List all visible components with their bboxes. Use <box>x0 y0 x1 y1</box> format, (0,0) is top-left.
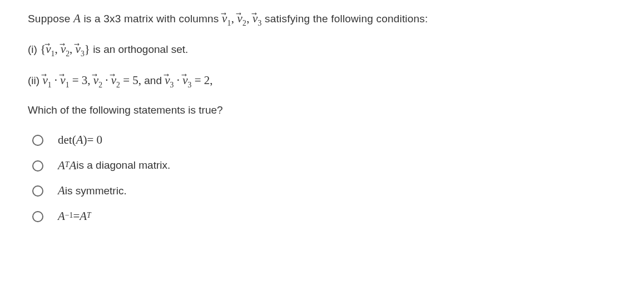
vec-v1: v <box>222 10 227 28</box>
sub-1: 1 <box>227 19 231 27</box>
stem-post: satisfying the following conditions: <box>262 13 428 25</box>
c1-s3: 3 <box>81 50 85 58</box>
vec-v3: v <box>252 10 258 28</box>
option-c-label: A is symmetric. <box>58 182 127 200</box>
c2-eq3: = 2, <box>191 74 212 87</box>
neg1-d: −1 <box>65 210 73 222</box>
post-c: is symmetric. <box>65 183 127 199</box>
A-d2: A <box>80 208 87 226</box>
cond2-label: (ii) <box>28 75 42 86</box>
c1-v2: v <box>61 41 66 58</box>
A-b2: A <box>69 157 76 175</box>
c2-dot2: · <box>102 74 111 87</box>
A-b1: A <box>58 157 65 175</box>
radio-icon <box>32 135 43 146</box>
c1-comma2: , <box>70 42 76 56</box>
vec-v2: v <box>237 10 243 28</box>
c2-eq1: = 3, <box>69 74 93 87</box>
sub-3: 3 <box>258 19 262 27</box>
c2-v2a: v <box>93 72 98 90</box>
stem-pre: Suppose <box>28 13 73 25</box>
c2-s3b: 3 <box>188 81 192 89</box>
cond1-post: is an orthogonal set. <box>90 43 188 55</box>
lparen: ( <box>72 131 76 149</box>
rbrace: } <box>85 42 90 56</box>
T-d: T <box>87 210 91 222</box>
cond1-label: (i) <box>28 43 40 55</box>
option-d[interactable]: A−1 = AT <box>32 208 616 226</box>
condition-i: (i) {v1, v2, v3} is an orthogonal set. <box>28 41 616 59</box>
matrix-A: A <box>73 12 81 25</box>
eq-a: = 0 <box>87 131 102 149</box>
options-group: det(A) = 0 ATA is a diagonal matrix. A i… <box>28 131 616 225</box>
c2-v3b: v <box>182 72 187 90</box>
radio-icon <box>32 185 43 197</box>
option-c[interactable]: A is symmetric. <box>32 182 616 200</box>
A-d1: A <box>58 208 65 226</box>
c2-v2b: v <box>111 72 116 90</box>
c2-s1a: 1 <box>48 81 52 89</box>
option-a-label: det(A) = 0 <box>58 131 102 149</box>
c2-dot1: · <box>52 74 61 87</box>
lbrace: { <box>40 42 46 56</box>
question-stem: Suppose A is a 3x3 matrix with columns v… <box>28 10 616 28</box>
c2-v3a: v <box>165 72 170 90</box>
c2-s2a: 2 <box>98 81 102 89</box>
c2-and: and <box>141 75 165 86</box>
sub-2: 2 <box>242 19 246 27</box>
comma1: , <box>231 12 237 25</box>
comma2: , <box>246 12 252 25</box>
rparen: ) <box>83 131 87 149</box>
c2-eq2: = 5, <box>120 74 141 87</box>
A-a: A <box>76 131 83 149</box>
question-prompt: Which of the following statements is tru… <box>28 102 616 119</box>
c1-s2: 2 <box>66 50 70 58</box>
det-text: det <box>58 131 72 149</box>
c2-v1a: v <box>42 72 47 90</box>
option-b[interactable]: ATA is a diagonal matrix. <box>32 157 616 175</box>
c2-v1b: v <box>60 72 65 90</box>
condition-ii: (ii) v1 · v1 = 3, v2 · v2 = 5, and v3 · … <box>28 72 616 90</box>
c2-s2b: 2 <box>116 81 120 89</box>
eq-d: = <box>73 208 80 226</box>
radio-icon <box>32 160 43 172</box>
post-b: is a diagonal matrix. <box>76 158 170 174</box>
c1-comma1: , <box>55 42 61 56</box>
stem-mid1: is a 3x3 matrix with columns <box>81 13 222 25</box>
option-b-label: ATA is a diagonal matrix. <box>58 157 170 175</box>
T-b: T <box>65 159 70 171</box>
c1-v3: v <box>76 41 81 58</box>
c2-dot3: · <box>174 74 182 87</box>
c2-s1b: 1 <box>66 81 70 89</box>
c1-v1: v <box>46 41 51 58</box>
c1-s1: 1 <box>51 50 55 58</box>
option-d-label: A−1 = AT <box>58 208 91 226</box>
c2-s3a: 3 <box>170 81 174 89</box>
A-c: A <box>58 182 65 200</box>
option-a[interactable]: det(A) = 0 <box>32 131 616 149</box>
radio-icon <box>32 211 43 222</box>
